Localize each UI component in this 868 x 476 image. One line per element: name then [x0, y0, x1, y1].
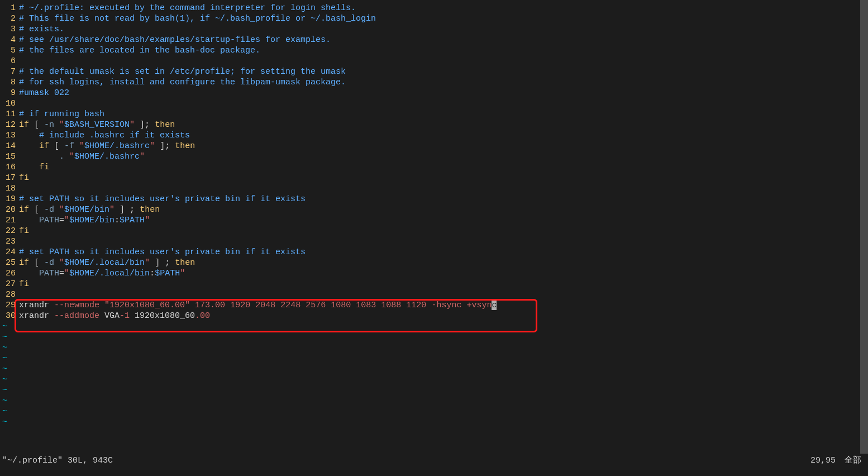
code-line[interactable]: 9#umask 022 — [0, 88, 868, 98]
scrollbar-thumb[interactable] — [860, 0, 868, 454]
line-content[interactable] — [19, 98, 868, 109]
line-number: 15 — [0, 151, 19, 162]
line-number: 4 — [0, 35, 19, 45]
line-content[interactable]: fi — [19, 226, 868, 236]
line-content[interactable]: if [ -d "$HOME/.local/bin" ] ; then — [19, 258, 868, 268]
line-content[interactable]: xrandr --newmode "1920x1080_60.00" 173.0… — [19, 300, 868, 311]
line-content[interactable]: # This file is not read by bash(1), if ~… — [19, 13, 868, 24]
code-line[interactable]: 24# set PATH so it includes user's priva… — [0, 247, 868, 258]
status-position: 29,95 — [810, 455, 845, 466]
code-line[interactable]: 26 PATH="$HOME/.local/bin:$PATH" — [0, 268, 868, 279]
code-line[interactable]: 30xrandr --addmode VGA-1 1920x1080_60.00 — [0, 311, 868, 321]
line-number: 24 — [0, 247, 19, 258]
empty-line-tilde: ~ — [0, 332, 868, 342]
line-content[interactable]: # the files are located in the bash-doc … — [19, 45, 868, 56]
line-number: 5 — [0, 45, 19, 56]
line-content[interactable]: # set PATH so it includes user's private… — [19, 247, 868, 258]
line-number: 16 — [0, 162, 19, 173]
code-line[interactable]: 1# ~/.profile: executed by the command i… — [0, 3, 868, 13]
empty-line-tilde: ~ — [0, 342, 868, 353]
code-line[interactable]: 21 PATH="$HOME/bin:$PATH" — [0, 215, 868, 226]
code-line[interactable]: 4# see /usr/share/doc/bash/examples/star… — [0, 35, 868, 45]
code-line[interactable]: 28 — [0, 289, 868, 300]
code-line[interactable]: 6 — [0, 56, 868, 66]
code-line[interactable]: 23 — [0, 236, 868, 247]
code-line[interactable]: 7# the default umask is set in /etc/prof… — [0, 66, 868, 77]
line-number: 30 — [0, 311, 19, 321]
status-filename: "~/.profile" 30L, 943C — [2, 455, 810, 466]
status-bar: "~/.profile" 30L, 943C 29,95 全部 — [2, 455, 866, 466]
line-content[interactable]: if [ -d "$HOME/bin" ] ; then — [19, 204, 868, 215]
editor-area[interactable]: 1# ~/.profile: executed by the command i… — [0, 0, 868, 427]
code-line[interactable]: 3# exists. — [0, 24, 868, 35]
line-number: 25 — [0, 258, 19, 268]
line-number: 17 — [0, 173, 19, 183]
code-line[interactable]: 16 fi — [0, 162, 868, 173]
code-line[interactable]: 14 if [ -f "$HOME/.bashrc" ]; then — [0, 141, 868, 151]
code-line[interactable]: 20if [ -d "$HOME/bin" ] ; then — [0, 204, 868, 215]
empty-line-tilde: ~ — [0, 396, 868, 406]
line-number: 8 — [0, 77, 19, 88]
line-number: 6 — [0, 56, 19, 66]
code-line[interactable]: 29xrandr --newmode "1920x1080_60.00" 173… — [0, 300, 868, 311]
empty-line-tilde: ~ — [0, 321, 868, 332]
line-content[interactable]: fi — [19, 162, 868, 173]
code-line[interactable]: 11# if running bash — [0, 109, 868, 120]
line-content[interactable]: fi — [19, 279, 868, 289]
code-line[interactable]: 12if [ -n "$BASH_VERSION" ]; then — [0, 120, 868, 130]
line-content[interactable] — [19, 289, 868, 300]
vertical-scrollbar[interactable] — [860, 0, 868, 454]
code-line[interactable]: 5# the files are located in the bash-doc… — [0, 45, 868, 56]
empty-line-tilde: ~ — [0, 364, 868, 374]
empty-line-tilde: ~ — [0, 353, 868, 364]
empty-line-tilde: ~ — [0, 417, 868, 427]
line-number: 13 — [0, 130, 19, 141]
line-content[interactable]: #umask 022 — [19, 88, 868, 98]
line-number: 29 — [0, 300, 19, 311]
code-line[interactable]: 18 — [0, 183, 868, 194]
line-number: 21 — [0, 215, 19, 226]
line-content[interactable]: if [ -f "$HOME/.bashrc" ]; then — [19, 141, 868, 151]
code-line[interactable]: 8# for ssh logins, install and configure… — [0, 77, 868, 88]
line-content[interactable]: # set PATH so it includes user's private… — [19, 194, 868, 204]
line-content[interactable]: # ~/.profile: executed by the command in… — [19, 3, 868, 13]
line-content[interactable]: # see /usr/share/doc/bash/examples/start… — [19, 35, 868, 45]
empty-line-tilde: ~ — [0, 374, 868, 385]
line-number: 28 — [0, 289, 19, 300]
line-number: 7 — [0, 66, 19, 77]
line-number: 1 — [0, 3, 19, 13]
line-number: 23 — [0, 236, 19, 247]
line-content[interactable]: . "$HOME/.bashrc" — [19, 151, 868, 162]
line-content[interactable]: fi — [19, 173, 868, 183]
line-content[interactable]: # include .bashrc if it exists — [19, 130, 868, 141]
line-content[interactable]: PATH="$HOME/.local/bin:$PATH" — [19, 268, 868, 279]
line-number: 2 — [0, 13, 19, 24]
code-line[interactable]: 2# This file is not read by bash(1), if … — [0, 13, 868, 24]
line-number: 22 — [0, 226, 19, 236]
line-number: 27 — [0, 279, 19, 289]
line-number: 19 — [0, 194, 19, 204]
line-content[interactable] — [19, 236, 868, 247]
code-line[interactable]: 17fi — [0, 173, 868, 183]
line-content[interactable]: # exists. — [19, 24, 868, 35]
code-line[interactable]: 15 . "$HOME/.bashrc" — [0, 151, 868, 162]
code-line[interactable]: 27fi — [0, 279, 868, 289]
code-line[interactable]: 22fi — [0, 226, 868, 236]
code-line[interactable]: 19# set PATH so it includes user's priva… — [0, 194, 868, 204]
line-content[interactable]: # for ssh logins, install and configure … — [19, 77, 868, 88]
line-content[interactable]: # the default umask is set in /etc/profi… — [19, 66, 868, 77]
line-content[interactable]: PATH="$HOME/bin:$PATH" — [19, 215, 868, 226]
line-content[interactable] — [19, 56, 868, 66]
code-line[interactable]: 13 # include .bashrc if it exists — [0, 130, 868, 141]
line-number: 14 — [0, 141, 19, 151]
status-view: 全部 — [845, 455, 866, 466]
line-content[interactable]: xrandr --addmode VGA-1 1920x1080_60.00 — [19, 311, 868, 321]
code-line[interactable]: 25if [ -d "$HOME/.local/bin" ] ; then — [0, 258, 868, 268]
line-number: 26 — [0, 268, 19, 279]
code-line[interactable]: 10 — [0, 98, 868, 109]
line-content[interactable]: if [ -n "$BASH_VERSION" ]; then — [19, 120, 868, 130]
line-number: 3 — [0, 24, 19, 35]
line-number: 20 — [0, 204, 19, 215]
line-content[interactable]: # if running bash — [19, 109, 868, 120]
line-content[interactable] — [19, 183, 868, 194]
